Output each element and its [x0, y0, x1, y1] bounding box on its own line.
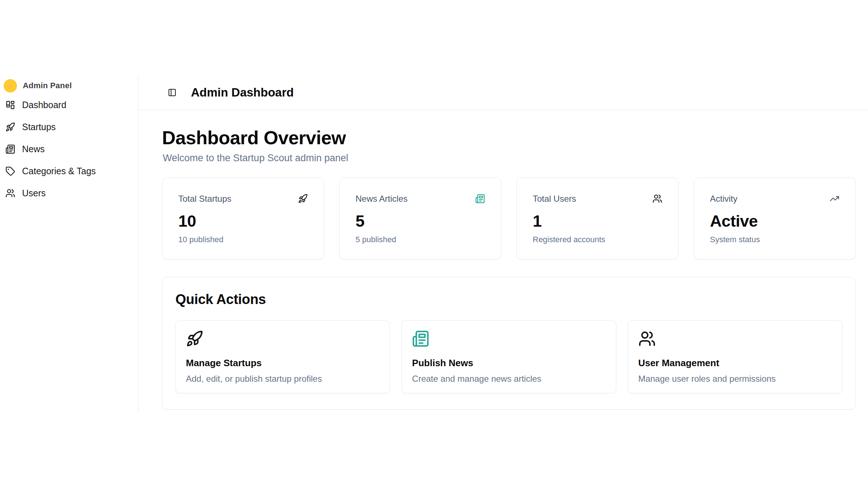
quick-action-description: Manage user roles and permissions: [638, 374, 832, 384]
panel-left-icon: [168, 88, 176, 97]
stat-card-total-startups: Total Startups 10 10 published: [162, 177, 324, 260]
header-title: Admin Dashboard: [191, 86, 294, 99]
stat-value: 5: [356, 212, 485, 231]
sidebar-item-label: Dashboard: [22, 100, 66, 110]
sidebar: Admin Panel Dashboard Startups News Cate…: [0, 75, 139, 412]
sidebar-item-label: Categories & Tags: [22, 166, 96, 176]
sidebar-item-label: News: [22, 144, 45, 154]
newspaper-icon: [475, 194, 485, 204]
stats-row: Total Startups 10 10 published News Arti…: [162, 177, 856, 260]
stat-label: Total Startups: [178, 194, 231, 204]
quick-action-title: User Management: [638, 358, 832, 369]
top-header: Admin Dashboard: [139, 75, 868, 110]
sidebar-item-users[interactable]: Users: [4, 184, 133, 202]
newspaper-icon: [5, 144, 15, 154]
dashboard-icon: [5, 100, 15, 110]
rocket-icon: [186, 330, 203, 347]
brand-avatar: [4, 79, 17, 93]
sidebar-item-label: Users: [22, 188, 46, 198]
sidebar-item-news[interactable]: News: [4, 140, 133, 158]
admin-app: Admin Panel Dashboard Startups News Cate…: [0, 75, 868, 412]
sidebar-item-categories-tags[interactable]: Categories & Tags: [4, 162, 133, 180]
sidebar-brand: Admin Panel: [4, 77, 133, 94]
sidebar-item-startups[interactable]: Startups: [4, 118, 133, 136]
quick-action-manage-startups[interactable]: Manage Startups Add, edit, or publish st…: [175, 320, 390, 393]
quick-actions-panel: Quick Actions Manage Startups Add, edit,…: [162, 277, 856, 410]
sidebar-item-label: Startups: [22, 122, 56, 132]
stat-sub: 5 published: [356, 235, 485, 244]
page-title: Dashboard Overview: [162, 127, 856, 149]
users-icon: [638, 330, 656, 347]
users-icon: [652, 194, 662, 204]
quick-action-user-management[interactable]: User Management Manage user roles and pe…: [628, 320, 842, 393]
stat-value: 10: [178, 212, 308, 231]
quick-action-publish-news[interactable]: Publish News Create and manage news arti…: [401, 320, 616, 393]
stat-sub: System status: [710, 235, 839, 244]
stat-sub: Registered accounts: [533, 235, 662, 244]
quick-action-description: Create and manage news articles: [412, 374, 605, 384]
quick-action-title: Publish News: [412, 358, 605, 369]
quick-action-description: Add, edit, or publish startup profiles: [186, 374, 379, 384]
stat-label: News Articles: [356, 194, 408, 204]
quick-actions-grid: Manage Startups Add, edit, or publish st…: [175, 320, 842, 393]
sidebar-nav: Dashboard Startups News Categories & Tag…: [4, 96, 133, 202]
newspaper-icon: [412, 330, 429, 347]
tag-icon: [5, 166, 15, 176]
stat-label: Total Users: [533, 194, 576, 204]
brand-label: Admin Panel: [23, 81, 72, 90]
stat-card-activity: Activity Active System status: [694, 177, 856, 260]
quick-action-title: Manage Startups: [186, 358, 379, 369]
main-area: Admin Dashboard Dashboard Overview Welco…: [139, 75, 868, 412]
quick-actions-title: Quick Actions: [175, 292, 842, 307]
stat-card-news-articles: News Articles 5 5 published: [339, 177, 501, 260]
stat-value: 1: [533, 212, 662, 231]
rocket-icon: [5, 122, 15, 132]
trending-up-icon: [830, 194, 839, 204]
stat-value: Active: [710, 212, 839, 231]
sidebar-toggle-button[interactable]: [168, 88, 177, 97]
sidebar-item-dashboard[interactable]: Dashboard: [4, 96, 133, 114]
stat-sub: 10 published: [178, 235, 308, 244]
stat-label: Activity: [710, 194, 737, 204]
rocket-icon: [298, 194, 308, 204]
page-content: Dashboard Overview Welcome to the Startu…: [139, 110, 856, 410]
stat-card-total-users: Total Users 1 Registered accounts: [516, 177, 678, 260]
page-subtitle: Welcome to the Startup Scout admin panel: [163, 153, 856, 164]
users-icon: [5, 188, 15, 198]
